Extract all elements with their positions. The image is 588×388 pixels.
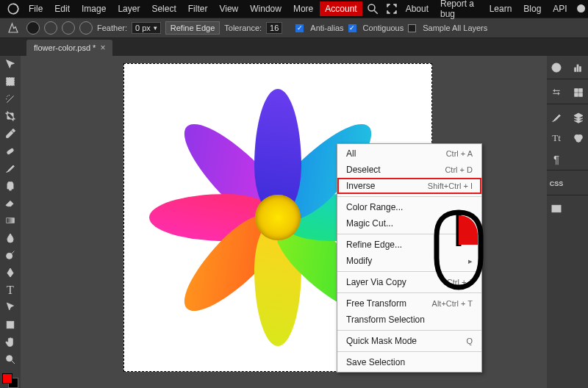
- ctx-item-shortcut: Ctrl + D: [445, 165, 473, 174]
- adjust-icon[interactable]: [550, 86, 563, 99]
- menu-view[interactable]: View: [214, 1, 243, 16]
- document-tab[interactable]: flower-color.psd * ×: [26, 40, 112, 56]
- paragraph-icon[interactable]: ¶: [550, 152, 563, 165]
- toolbox: T: [0, 56, 21, 388]
- link-report-a-bug[interactable]: Report a bug: [435, 0, 483, 21]
- ctx-item-shortcut: Shift+Ctrl + I: [428, 182, 473, 190]
- tool-zoom[interactable]: [2, 353, 18, 367]
- link-api[interactable]: API: [548, 1, 572, 16]
- tool-hand[interactable]: [2, 335, 18, 349]
- svg-line-2: [374, 10, 378, 14]
- color-swatches[interactable]: [2, 373, 18, 388]
- chevron-down-icon: ▾: [154, 24, 157, 32]
- menu-filter[interactable]: Filter: [183, 1, 213, 16]
- antialias-checkbox[interactable]: ✓: [295, 24, 304, 32]
- ctx-inverse[interactable]: InverseShift+Ctrl + I: [337, 178, 481, 194]
- ctx-item-label: Deselect: [346, 165, 381, 175]
- link-about[interactable]: About: [401, 1, 434, 16]
- tool-path-select[interactable]: [2, 301, 18, 315]
- svg-rect-14: [579, 67, 581, 72]
- tool-crop[interactable]: [2, 109, 18, 123]
- svg-rect-18: [579, 93, 583, 97]
- svg-rect-4: [7, 78, 15, 86]
- swatches-icon[interactable]: [572, 86, 585, 99]
- type-panel-icon[interactable]: Tt: [550, 132, 563, 145]
- ctx-item-label: Magic Cut...: [346, 218, 393, 229]
- ctx-transform-selection[interactable]: Transform Selection: [337, 312, 481, 328]
- tolerance-input[interactable]: 16: [266, 22, 282, 34]
- selection-subtract-icon[interactable]: [62, 21, 75, 35]
- menu-left: FileEditImageLayerSelectFilterViewWindow…: [4, 1, 401, 16]
- svg-rect-5: [7, 148, 14, 154]
- tool-brush[interactable]: [2, 162, 18, 176]
- svg-point-9: [7, 356, 12, 362]
- ctx-deselect[interactable]: DeselectCtrl + D: [337, 162, 481, 178]
- menu-window[interactable]: Window: [245, 1, 287, 16]
- mouse-cursor-illustration: [426, 209, 491, 293]
- tool-eraser[interactable]: [2, 196, 18, 210]
- tool-text[interactable]: T: [2, 283, 18, 297]
- tool-pen[interactable]: [2, 266, 18, 280]
- menu-file[interactable]: File: [24, 1, 48, 16]
- info-icon[interactable]: [550, 61, 563, 74]
- close-icon[interactable]: ×: [100, 43, 105, 53]
- ctx-item-label: Quick Mask Mode: [346, 336, 417, 346]
- selection-add-icon[interactable]: [44, 21, 57, 35]
- reddit-icon[interactable]: [576, 2, 586, 15]
- tool-eyedropper[interactable]: [2, 127, 18, 141]
- brush-panel-icon[interactable]: [550, 111, 563, 124]
- tool-blur[interactable]: [2, 231, 18, 245]
- ctx-quick-mask-mode[interactable]: Quick Mask ModeQ: [337, 333, 481, 349]
- ctx-item-label: Modify: [346, 256, 372, 266]
- ctx-all[interactable]: AllCtrl + A: [337, 146, 481, 162]
- ctx-free-transform[interactable]: Free TransformAlt+Ctrl + T: [337, 295, 481, 312]
- refine-edge-button[interactable]: Refine Edge: [165, 21, 220, 35]
- tool-marquee[interactable]: [2, 75, 18, 89]
- ctx-item-shortcut: Alt+Ctrl + T: [432, 299, 473, 308]
- menu-select[interactable]: Select: [146, 1, 181, 16]
- tool-move[interactable]: [2, 57, 18, 71]
- menu-account[interactable]: Account: [320, 1, 362, 16]
- tool-gradient[interactable]: [2, 214, 18, 228]
- tool-heal[interactable]: [2, 144, 18, 158]
- ctx-item-label: Color Range...: [346, 202, 403, 212]
- feather-input[interactable]: 0 px▾: [132, 22, 161, 34]
- tool-magic-wand[interactable]: [2, 92, 18, 106]
- ctx-item-shortcut: Q: [466, 337, 473, 345]
- menu-image[interactable]: Image: [76, 1, 111, 16]
- tool-clone[interactable]: [2, 179, 18, 193]
- svg-rect-13: [577, 65, 578, 71]
- histogram-icon[interactable]: [572, 61, 585, 74]
- fullscreen-icon[interactable]: [385, 2, 398, 15]
- ctx-save-selection[interactable]: Save Selection: [337, 354, 481, 370]
- ctx-item-label: All: [346, 148, 356, 159]
- channels-icon[interactable]: [572, 132, 585, 145]
- tool-shape[interactable]: [2, 318, 18, 332]
- tab-title: flower-color.psd *: [34, 43, 96, 52]
- tool-dodge[interactable]: [2, 248, 18, 262]
- ctx-item-label: Transform Selection: [346, 315, 425, 325]
- search-icon[interactable]: [366, 2, 379, 15]
- ctx-item-label: Layer Via Copy: [346, 277, 406, 287]
- css-icon[interactable]: CSS: [550, 177, 563, 190]
- ctx-item-label: Inverse: [346, 181, 375, 191]
- layers-icon[interactable]: [572, 111, 585, 124]
- sample-all-label: Sample All Layers: [423, 24, 487, 32]
- image-panel-icon[interactable]: [550, 202, 563, 215]
- link-learn[interactable]: Learn: [484, 1, 517, 16]
- menu-right: AboutReport a bugLearnBlogAPI: [401, 0, 588, 21]
- sample-all-checkbox[interactable]: [408, 24, 416, 32]
- svg-rect-6: [7, 218, 15, 223]
- selection-new-icon[interactable]: [26, 21, 40, 35]
- menu-edit[interactable]: Edit: [49, 1, 75, 16]
- contiguous-checkbox[interactable]: ✓: [348, 24, 356, 32]
- svg-point-3: [577, 5, 585, 13]
- menu-bar: FileEditImageLayerSelectFilterViewWindow…: [0, 0, 588, 18]
- link-blog[interactable]: Blog: [518, 1, 546, 16]
- foreground-swatch[interactable]: [2, 373, 12, 384]
- menu-more[interactable]: More: [288, 1, 318, 16]
- menu-layer[interactable]: Layer: [112, 1, 145, 16]
- ctx-item-label: Free Transform: [346, 298, 406, 309]
- flower-center: [255, 195, 301, 240]
- selection-intersect-icon[interactable]: [79, 21, 93, 35]
